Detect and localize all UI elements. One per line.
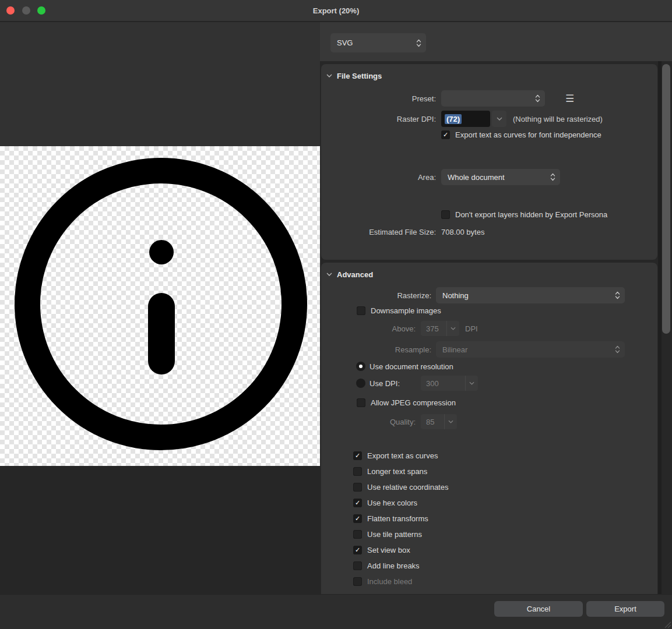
resample-select[interactable]: Bilinear [436,341,625,358]
preset-label: Preset: [321,94,436,103]
checkbox[interactable] [353,561,362,570]
checkbox-label: Flatten transforms [367,514,428,523]
estimated-size-value: 708.00 bytes [441,228,484,236]
area-select[interactable]: Whole document [441,169,560,185]
quality-select[interactable]: 85 [421,414,457,429]
rasterize-label: Rasterize: [321,291,431,300]
advanced-section: Advanced Rasterize: Nothing Downsample i… [321,263,657,594]
option-add-line-breaks[interactable]: Add line breaks [353,558,448,574]
area-label: Area: [321,173,436,182]
export-text-curves-font-checkbox[interactable]: ✓ [441,130,450,139]
file-settings-section: File Settings Preset: ☰ Raster DPI: (72)… [321,64,657,260]
rasterize-select-value: Nothing [442,291,469,300]
export-button[interactable]: Export [586,601,664,617]
format-select[interactable]: SVG [330,33,426,52]
disclosure-chevron-icon [326,273,332,276]
cancel-button[interactable]: Cancel [494,601,583,617]
resample-label: Resample: [321,345,431,354]
down-chevron-icon [497,117,502,121]
file-settings-header[interactable]: File Settings [321,64,382,87]
dialog-footer: Cancel Export [0,594,672,629]
raster-dpi-dropdown-button[interactable] [492,111,506,127]
scrollbar-track[interactable] [658,61,662,594]
use-document-resolution-radio[interactable] [356,362,365,371]
export-dialog: Export (20%) SVG File Settings Preset: [0,0,672,629]
above-dpi-select[interactable]: 375 [421,321,459,336]
downsample-images-checkbox[interactable] [357,306,365,315]
downsample-images-row[interactable]: Downsample images [357,305,441,316]
raster-dpi-input[interactable]: (72) [441,111,490,127]
scrollbar-thumb[interactable] [662,64,670,334]
use-dpi-label: Use DPI: [370,379,400,388]
checkbox-label: Export text as curves [367,451,438,460]
advanced-title: Advanced [337,270,373,279]
downsample-images-label: Downsample images [371,306,441,315]
checkbox-label: Use hex colors [367,499,417,507]
updown-chevron-icon [615,291,620,300]
svg-options-list: ✓Export text as curvesLonger text spansU… [353,448,448,589]
window-resize-grip[interactable] [662,619,671,628]
checkbox-label: Use tile patterns [367,530,422,539]
raster-dpi-note: (Nothing will be rasterized) [513,115,603,123]
option-export-text-as-curves[interactable]: ✓Export text as curves [353,448,448,464]
allow-jpeg-row[interactable]: Allow JPEG compression [357,397,456,408]
dont-export-hidden-row[interactable]: Don't export layers hidden by Export Per… [441,209,607,220]
above-dpi-value: 375 [426,324,439,333]
use-document-resolution-row[interactable]: Use document resolution [356,361,453,372]
raster-dpi-selected-text: (72) [445,114,462,124]
preset-select[interactable] [441,90,545,107]
use-document-resolution-label: Use document resolution [370,362,453,371]
advanced-header[interactable]: Advanced [321,263,373,286]
checkbox[interactable] [353,483,362,492]
checkbox[interactable] [353,530,362,539]
updown-chevron-icon [615,345,620,354]
updown-chevron-icon [550,173,555,182]
updown-chevron-icon [416,38,421,47]
checkbox-label: Set view box [367,546,410,554]
allow-jpeg-checkbox[interactable] [357,398,365,407]
titlebar: Export (20%) [0,0,672,22]
checkbox[interactable]: ✓ [353,514,362,523]
quality-label: Quality: [321,418,416,426]
preset-menu-button[interactable]: ☰ [565,94,574,104]
down-chevron-icon [446,321,459,336]
option-use-tile-patterns[interactable]: Use tile patterns [353,526,448,542]
use-dpi-radio[interactable] [356,379,365,388]
export-text-curves-font-row[interactable]: ✓ Export text as curves for font indepen… [441,129,601,140]
checkbox-label: Add line breaks [367,561,420,570]
export-text-curves-font-label: Export text as curves for font independe… [455,130,601,139]
updown-chevron-icon [535,94,540,103]
option-use-relative-coordinates[interactable]: Use relative coordinates [353,479,448,495]
option-include-bleed[interactable]: Include bleed [353,574,448,589]
down-chevron-icon [465,376,478,391]
window-title: Export (20%) [0,0,672,22]
info-icon-artwork [0,146,320,466]
dont-export-hidden-label: Don't export layers hidden by Export Per… [455,210,607,219]
above-label: Above: [321,324,416,333]
format-select-value: SVG [337,38,353,47]
down-chevron-icon [444,414,457,429]
above-dpi-suffix: DPI [465,324,478,333]
checkbox[interactable]: ✓ [353,451,362,460]
checkbox[interactable]: ✓ [353,499,362,507]
raster-dpi-label: Raster DPI: [321,115,436,123]
dont-export-hidden-checkbox[interactable] [441,210,450,219]
area-select-value: Whole document [448,173,505,182]
option-longer-text-spans[interactable]: Longer text spans [353,464,448,479]
preview-background-bottom [0,466,320,594]
disclosure-chevron-icon [326,74,332,77]
checkbox-label: Longer text spans [367,467,427,476]
checkbox-label: Include bleed [367,577,412,586]
checkbox[interactable] [353,577,362,586]
rasterize-select[interactable]: Nothing [436,287,625,303]
checkbox[interactable] [353,467,362,476]
resample-select-value: Bilinear [442,345,467,354]
use-dpi-value: 300 [426,379,439,388]
checkbox[interactable]: ✓ [353,546,362,554]
option-flatten-transforms[interactable]: ✓Flatten transforms [353,511,448,526]
option-use-hex-colors[interactable]: ✓Use hex colors [353,495,448,511]
export-preview-canvas [0,146,320,466]
option-set-view-box[interactable]: ✓Set view box [353,542,448,558]
use-dpi-select[interactable]: 300 [421,376,478,391]
estimated-size-label: Estimated File Size: [321,228,436,236]
